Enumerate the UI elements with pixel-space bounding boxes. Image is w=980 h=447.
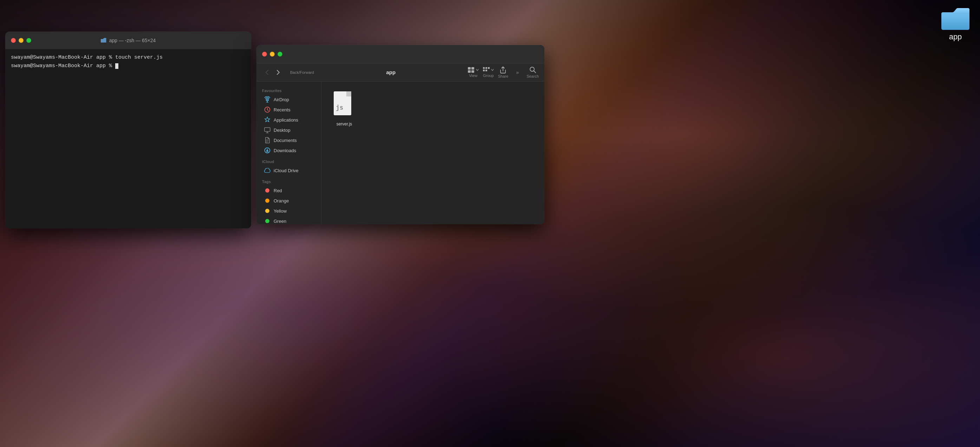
sidebar-icloud-drive-label: iCloud Drive (274, 168, 299, 173)
finder-titlebar (256, 45, 544, 63)
sidebar-item-airdrop[interactable]: AirDrop (259, 94, 319, 104)
search-icon (529, 66, 536, 73)
forward-button[interactable] (273, 67, 283, 77)
folder-icon (941, 7, 969, 31)
svg-rect-5 (485, 67, 487, 69)
desktop-icon-label: app (949, 32, 962, 42)
svg-rect-8 (485, 70, 487, 71)
sidebar-red-label: Red (274, 188, 282, 193)
js-file-icon: js (332, 91, 356, 120)
terminal-output: swayam@Swayams-MacBook-Air app % touch s… (11, 53, 245, 70)
sidebar-desktop-label: Desktop (274, 128, 291, 133)
sidebar-airdrop-label: AirDrop (274, 97, 289, 102)
finder-window: Back/Forward app (256, 45, 544, 224)
sidebar-item-desktop[interactable]: Desktop (259, 125, 319, 135)
svg-rect-13 (264, 128, 270, 131)
terminal-titlebar: app — -zsh — 65×24 (5, 32, 251, 49)
terminal-maximize-button[interactable] (26, 38, 31, 43)
more-button[interactable]: » (512, 67, 522, 77)
sidebar-yellow-label: Yellow (274, 208, 286, 214)
view-chevron-icon (476, 69, 479, 71)
terminal-minimize-button[interactable] (19, 38, 24, 43)
sidebar-item-documents[interactable]: Documents (259, 135, 319, 145)
desktop-sidebar-icon (264, 127, 270, 133)
sidebar-item-recents[interactable]: Recents (259, 105, 319, 115)
finder-sidebar: Favourites AirDrop (256, 81, 321, 224)
sidebar-tag-red[interactable]: Red (259, 185, 319, 195)
green-tag-icon (264, 218, 270, 224)
red-tag-icon (264, 187, 270, 194)
search-control[interactable]: Search (527, 66, 539, 78)
sidebar-applications-label: Applications (274, 117, 298, 123)
group-control[interactable]: Group (483, 67, 494, 78)
share-control[interactable]: Share (498, 66, 508, 78)
sidebar-item-applications[interactable]: Applications (259, 115, 319, 125)
orange-tag-icon (264, 198, 270, 204)
svg-rect-4 (483, 67, 485, 69)
tags-section-label: Tags (256, 180, 321, 185)
sidebar-recents-label: Recents (274, 107, 291, 112)
share-icon (500, 66, 506, 73)
yellow-tag-icon (264, 208, 270, 214)
back-button[interactable] (262, 67, 272, 77)
terminal-folder-icon (101, 38, 107, 43)
sidebar-documents-label: Documents (274, 138, 297, 143)
sidebar-item-downloads[interactable]: Downloads (259, 145, 319, 155)
sidebar-tag-green[interactable]: Green (259, 216, 319, 224)
svg-rect-1 (471, 67, 474, 70)
svg-rect-7 (483, 70, 485, 71)
desktop-app-folder[interactable]: app (941, 7, 969, 42)
finder-minimize-button[interactable] (270, 52, 275, 57)
downloads-icon (264, 147, 270, 153)
documents-icon (264, 137, 270, 144)
back-forward-label: Back/Forward (290, 70, 314, 75)
finder-main-content[interactable]: js server.js (321, 81, 544, 224)
icloud-section-label: iCloud (256, 160, 321, 165)
terminal-title: app — -zsh — 65×24 (101, 38, 156, 43)
recents-icon (264, 107, 270, 113)
file-name-label: server.js (337, 121, 352, 126)
finder-maximize-button[interactable] (277, 52, 282, 57)
finder-traffic-lights (262, 52, 282, 57)
sidebar-downloads-label: Downloads (274, 148, 296, 153)
svg-rect-6 (488, 67, 490, 69)
view-control[interactable]: View (468, 67, 479, 78)
finder-toolbar-right: View Group (468, 66, 539, 78)
terminal-window: app — -zsh — 65×24 swayam@Swayams-MacBoo… (5, 32, 251, 228)
finder-content: Favourites AirDrop (256, 81, 544, 224)
svg-text:js: js (336, 104, 344, 111)
group-label: Group (483, 73, 494, 78)
terminal-close-button[interactable] (11, 38, 16, 43)
svg-point-11 (267, 99, 268, 101)
finder-close-button[interactable] (262, 52, 267, 57)
sidebar-tag-yellow[interactable]: Yellow (259, 206, 319, 216)
search-label: Search (527, 74, 539, 78)
group-icon (483, 67, 490, 73)
svg-point-9 (530, 67, 534, 71)
sidebar-orange-label: Orange (274, 198, 289, 203)
favourites-section-label: Favourites (256, 89, 321, 94)
svg-rect-0 (468, 67, 471, 70)
terminal-title-text: app — -zsh — 65×24 (109, 38, 156, 43)
icloud-drive-icon (264, 167, 270, 174)
share-label: Share (498, 74, 508, 78)
file-item-server-js[interactable]: js server.js (328, 89, 360, 129)
view-label: View (469, 73, 477, 78)
group-chevron-icon (491, 69, 494, 71)
sidebar-green-label: Green (274, 219, 286, 224)
view-icon (468, 67, 475, 73)
finder-toolbar: Back/Forward app (256, 63, 544, 81)
svg-rect-2 (468, 70, 471, 73)
terminal-body[interactable]: swayam@Swayams-MacBook-Air app % touch s… (5, 49, 251, 228)
sidebar-tag-orange[interactable]: Orange (259, 196, 319, 206)
finder-window-title: app (321, 69, 461, 75)
sidebar-item-icloud-drive[interactable]: iCloud Drive (259, 166, 319, 176)
finder-nav (262, 67, 283, 77)
airdrop-icon (264, 96, 270, 103)
svg-rect-3 (471, 70, 474, 73)
applications-icon (264, 117, 270, 123)
